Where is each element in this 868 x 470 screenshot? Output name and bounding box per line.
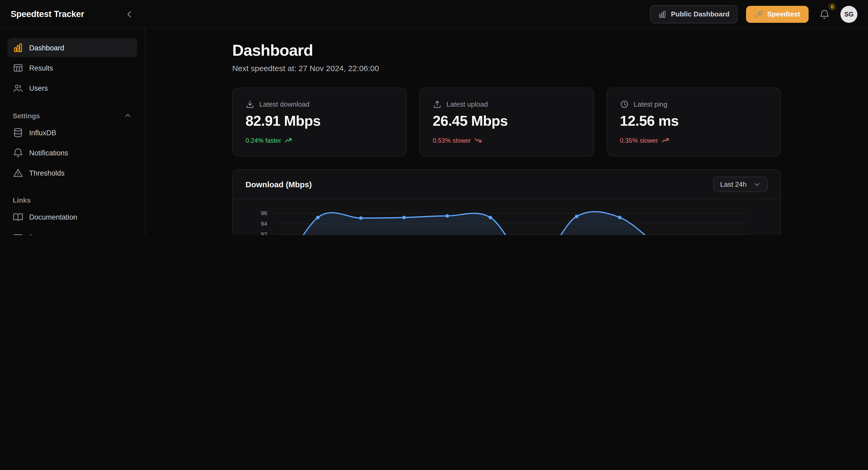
stat-value: 12.56 ms	[620, 113, 768, 129]
upload-tray-icon	[433, 100, 442, 109]
sidebar-item-documentation[interactable]: Documentation	[7, 207, 137, 227]
sidebar: Dashboard Results Users Settings	[0, 29, 145, 235]
sidebar-item-label: Notifications	[29, 149, 68, 157]
sidebar-item-donate[interactable]: Donate	[7, 228, 137, 235]
sidebar-section-links: Links	[7, 193, 137, 207]
sidebar-item-label: Users	[29, 84, 48, 92]
stat-delta: 0.35% slower	[620, 136, 768, 144]
range-select-value: Last 24h	[720, 180, 747, 188]
latest-download-card: Latest download 82.91 Mbps 0.24% faster	[232, 88, 407, 156]
database-icon	[13, 127, 23, 138]
download-chart: 828486889092949626/11 22:0627/11 0:0627/…	[246, 208, 769, 235]
public-dashboard-button[interactable]: Public Dashboard	[650, 5, 738, 23]
latest-upload-card: Latest upload 26.45 Mbps 0.53% slower	[420, 88, 594, 156]
trending-down-icon	[474, 136, 482, 144]
page-title: Dashboard	[232, 41, 781, 59]
svg-text:96: 96	[261, 210, 267, 216]
stat-delta-label: 0.35% slower	[620, 137, 658, 144]
stat-delta-label: 0.24% faster	[246, 137, 281, 144]
bell-icon	[13, 147, 23, 158]
speedtest-label: Speedtest	[767, 10, 800, 18]
svg-text:92: 92	[261, 231, 267, 235]
chart-title: Download (Mbps)	[246, 180, 312, 189]
rocket-icon	[754, 10, 763, 18]
stats-row: Latest download 82.91 Mbps 0.24% faster	[232, 88, 781, 156]
sidebar-nav: Dashboard Results Users Settings	[0, 29, 145, 235]
bell-icon	[819, 9, 830, 19]
next-speedtest-text: Next speedtest at: 27 Nov 2024, 22:06:00	[232, 64, 781, 73]
download-chart-card: Download (Mbps) Last 24h 828486889092949…	[232, 169, 781, 235]
sidebar-item-label: Dashboard	[29, 44, 64, 52]
chevron-down-icon	[753, 180, 761, 188]
trending-up-icon	[661, 136, 669, 144]
stat-value: 26.45 Mbps	[433, 113, 581, 129]
sidebar-collapse-button[interactable]	[122, 7, 137, 22]
stat-label: Latest ping	[633, 100, 667, 108]
download-range-select[interactable]: Last 24h	[713, 177, 768, 192]
sidebar-item-influxdb[interactable]: InfluxDB	[7, 123, 137, 142]
topbar: Speedtest Tracker Public Dashboard Speed…	[0, 0, 868, 29]
stat-label: Latest download	[259, 100, 309, 108]
sidebar-item-thresholds[interactable]: Thresholds	[7, 164, 137, 182]
svg-text:94: 94	[261, 221, 267, 227]
speedtest-tracker-app: Speedtest Tracker Public Dashboard Speed…	[0, 0, 868, 235]
sidebar-item-label: Thresholds	[29, 169, 65, 177]
clock-icon	[620, 100, 629, 109]
sidebar-item-users[interactable]: Users	[7, 79, 137, 97]
book-open-icon	[13, 212, 23, 222]
stat-delta: 0.53% slower	[433, 136, 581, 144]
bar-chart-icon	[658, 10, 667, 18]
alert-triangle-icon	[13, 168, 23, 178]
users-icon	[13, 83, 23, 93]
chevron-up-icon	[124, 111, 132, 120]
public-dashboard-label: Public Dashboard	[671, 10, 730, 18]
trending-up-icon	[284, 136, 292, 144]
notifications-button[interactable]: 0	[817, 7, 832, 22]
sidebar-item-dashboard[interactable]: Dashboard	[7, 38, 137, 57]
stat-label: Latest upload	[446, 100, 488, 108]
table-icon	[13, 63, 23, 73]
section-label: Settings	[13, 112, 40, 120]
latest-ping-card: Latest ping 12.56 ms 0.35% slower	[607, 88, 781, 156]
bar-chart-icon	[13, 42, 23, 53]
sidebar-item-notifications[interactable]: Notifications	[7, 143, 137, 162]
stat-value: 82.91 Mbps	[246, 113, 394, 129]
stat-delta: 0.24% faster	[246, 136, 394, 144]
sidebar-item-results[interactable]: Results	[7, 58, 137, 78]
sidebar-item-label: InfluxDB	[29, 129, 56, 137]
banknote-icon	[13, 232, 23, 235]
avatar[interactable]: SG	[840, 6, 858, 23]
sidebar-item-label: Documentation	[29, 213, 78, 221]
sidebar-item-label: Results	[29, 64, 53, 72]
chevron-left-icon	[124, 9, 135, 19]
section-label: Links	[13, 196, 31, 204]
download-tray-icon	[246, 100, 254, 109]
speedtest-button[interactable]: Speedtest	[746, 6, 809, 23]
app-title: Speedtest Tracker	[10, 9, 84, 19]
notification-badge: 0	[828, 2, 836, 10]
sidebar-item-label: Donate	[29, 233, 52, 235]
sidebar-section-settings[interactable]: Settings	[7, 108, 137, 123]
stat-delta-label: 0.53% slower	[433, 137, 471, 144]
main-content: Dashboard Next speedtest at: 27 Nov 2024…	[145, 29, 868, 235]
